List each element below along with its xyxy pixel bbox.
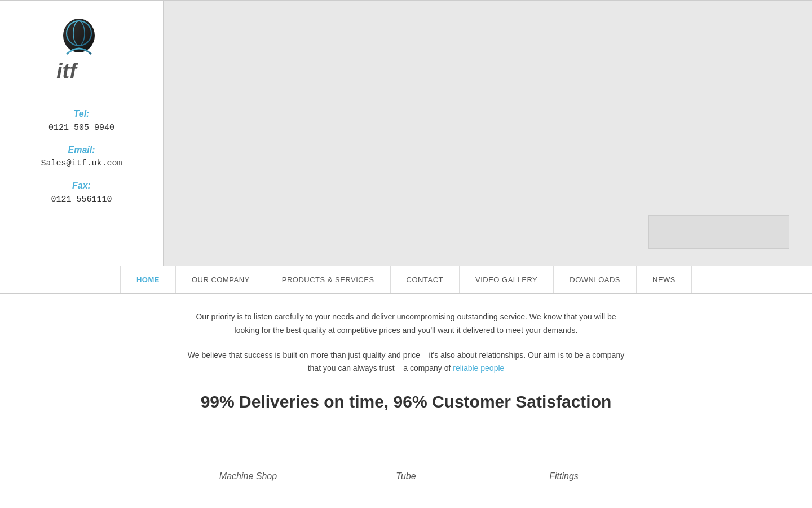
svg-point-0 (63, 19, 95, 52)
nav-item-our-company[interactable]: OUR COMPANY (176, 266, 266, 293)
product-card-tube[interactable]: Tube (333, 457, 479, 496)
nav-item-downloads[interactable]: DOWNLOADS (554, 266, 637, 293)
intro-p2-start: We believe that success is built on more… (188, 351, 624, 373)
logo-area: itf (45, 12, 118, 87)
product-card-fittings[interactable]: Fittings (491, 457, 637, 496)
nav-item-video-gallery[interactable]: VIDEO GALLERY (460, 266, 554, 293)
fax-value: 0121 5561110 (41, 193, 122, 207)
contact-info: Tel: 0121 505 9940 Email: Sales@itf.uk.c… (41, 99, 122, 207)
svg-text:itf: itf (56, 59, 78, 83)
nav-bar: HOME OUR COMPANY PRODUCTS & SERVICES CON… (0, 266, 812, 294)
tel-label: Tel: (41, 107, 122, 121)
top-section: itf Tel: 0121 505 9940 Email: Sales@itf.… (0, 0, 812, 266)
stats-heading: 99% Deliveries on time, 96% Customer Sat… (186, 392, 626, 411)
banner-area (164, 1, 812, 266)
nav-item-products-services[interactable]: PRODUCTS & SERVICES (266, 266, 391, 293)
product-card-machine-shop[interactable]: Machine Shop (175, 457, 321, 496)
fax-label: Fax: (41, 178, 122, 193)
nav-item-home[interactable]: HOME (120, 266, 176, 293)
sidebar: itf Tel: 0121 505 9940 Email: Sales@itf.… (0, 1, 164, 266)
reliable-people-link[interactable]: reliable people (453, 364, 504, 373)
nav-item-news[interactable]: NEWS (637, 266, 692, 293)
email-label: Email: (41, 143, 122, 157)
intro-paragraph-2: We believe that success is built on more… (186, 349, 626, 376)
intro-paragraph-1: Our priority is to listen carefully to y… (186, 310, 626, 338)
main-content: Our priority is to listen carefully to y… (175, 294, 637, 440)
product-cards: Machine Shop Tube Fittings (0, 445, 812, 507)
email-value: Sales@itf.uk.com (41, 157, 122, 170)
company-logo: itf (45, 12, 118, 85)
banner-sub-box (648, 215, 789, 249)
nav-item-contact[interactable]: CONTACT (391, 266, 460, 293)
nav: HOME OUR COMPANY PRODUCTS & SERVICES CON… (120, 266, 692, 293)
tel-value: 0121 505 9940 (41, 121, 122, 135)
